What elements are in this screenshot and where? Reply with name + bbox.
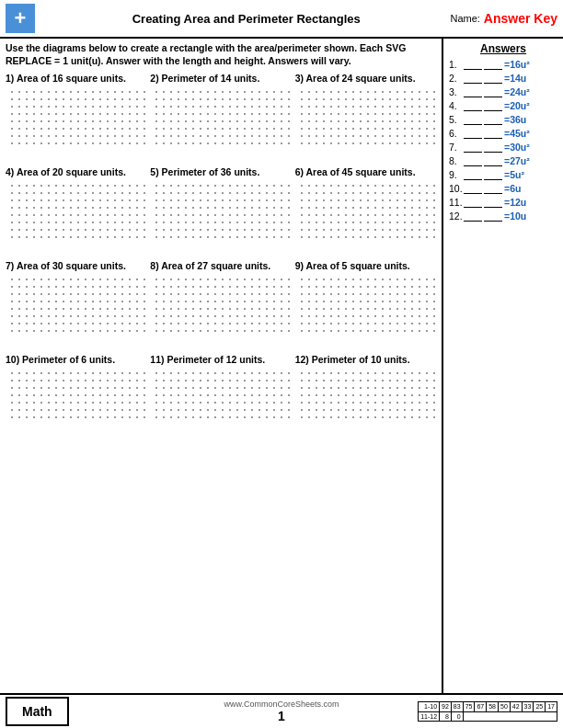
problem-1-grid bbox=[6, 85, 146, 150]
answer-blanks-6 bbox=[464, 128, 502, 139]
problem-4-label: 4) Area of 20 square units. bbox=[6, 166, 146, 177]
content-area: Use the diagrams below to create a recta… bbox=[0, 39, 443, 693]
answer-num-4: 4. bbox=[449, 100, 464, 111]
problem-10-label: 10) Perimeter of 6 units. bbox=[6, 354, 146, 365]
problem-row-3-labels: 7) Area of 30 square units. 8) Area of 2… bbox=[6, 260, 436, 339]
stats-val-42: 42 bbox=[510, 702, 522, 711]
answer-num-7: 7. bbox=[449, 142, 464, 153]
problem-row-4-labels: 10) Perimeter of 6 units. 11) Perimeter … bbox=[6, 354, 436, 422]
answer-blank-6b bbox=[484, 128, 502, 139]
stats-val-83: 83 bbox=[451, 702, 463, 711]
problem-6-grid bbox=[295, 179, 436, 244]
answer-num-11: 11. bbox=[449, 197, 464, 208]
problem-2-grid bbox=[150, 85, 291, 150]
answer-blanks-5 bbox=[464, 114, 502, 125]
answer-blank-6a bbox=[464, 128, 482, 139]
stats-val-17: 17 bbox=[546, 702, 557, 711]
stats-val-75: 75 bbox=[463, 702, 475, 711]
answer-item-5: 5. =36u bbox=[449, 114, 557, 125]
answer-item-8: 8. =27u² bbox=[449, 155, 557, 166]
problem-5-label: 5) Perimeter of 36 units. bbox=[150, 166, 291, 177]
answer-blank-1b bbox=[484, 59, 502, 70]
problem-9: 9) Area of 5 square units. bbox=[295, 260, 436, 339]
problem-9-grid bbox=[295, 273, 436, 337]
answer-blank-10b bbox=[484, 183, 502, 194]
answer-blank-5b bbox=[484, 114, 502, 125]
answer-item-2: 2. =14u bbox=[449, 73, 557, 84]
answer-blank-5a bbox=[464, 114, 482, 125]
answer-item-12: 12. =10u bbox=[449, 210, 557, 222]
problem-row-2: 4) Area of 20 square units. 5) Perimeter… bbox=[6, 166, 436, 256]
footer-website: www.CommonCoreSheets.com bbox=[224, 700, 339, 709]
stats-val-33: 33 bbox=[522, 702, 534, 711]
answer-num-2: 2. bbox=[449, 73, 464, 84]
problem-9-label: 9) Area of 5 square units. bbox=[295, 260, 436, 271]
answer-blank-2a bbox=[464, 73, 482, 84]
answer-item-9: 9. =5u² bbox=[449, 169, 557, 180]
answer-blank-8a bbox=[464, 155, 482, 166]
instructions: Use the diagrams below to create a recta… bbox=[6, 42, 436, 67]
problem-1-label: 1) Area of 16 square units. bbox=[6, 73, 146, 84]
problem-8: 8) Area of 27 square units. bbox=[150, 260, 291, 339]
answer-value-5: =36u bbox=[504, 114, 526, 125]
stats-range-2: 11-12 bbox=[419, 711, 440, 721]
answer-value-9: =5u² bbox=[504, 169, 524, 180]
problem-7: 7) Area of 30 square units. bbox=[6, 260, 146, 339]
answer-blanks-10 bbox=[464, 183, 502, 194]
problem-8-grid bbox=[150, 273, 291, 337]
problem-10: 10) Perimeter of 6 units. bbox=[6, 354, 146, 422]
answer-item-6: 6. =45u² bbox=[449, 128, 557, 139]
answer-blanks-8 bbox=[464, 155, 502, 166]
problem-7-label: 7) Area of 30 square units. bbox=[6, 260, 146, 271]
answer-blank-12a bbox=[464, 210, 482, 222]
answer-num-8: 8. bbox=[449, 155, 464, 166]
answer-num-12: 12. bbox=[449, 210, 464, 222]
answer-value-4: =20u² bbox=[504, 100, 530, 111]
answer-value-12: =10u bbox=[504, 210, 526, 222]
stats-empty bbox=[463, 711, 557, 721]
answer-column: Answers 1. =16u² 2. =14u 3. =24u² bbox=[443, 39, 563, 693]
problem-4: 4) Area of 20 square units. bbox=[6, 166, 146, 245]
problem-2: 2) Perimeter of 14 units. bbox=[150, 73, 291, 152]
problem-3-label: 3) Area of 24 square units. bbox=[295, 73, 436, 84]
stats-val-58: 58 bbox=[487, 702, 499, 711]
answer-item-1: 1. =16u² bbox=[449, 59, 557, 70]
answer-blank-2b bbox=[484, 73, 502, 84]
answer-blank-7b bbox=[484, 142, 502, 153]
problem-5: 5) Perimeter of 36 units. bbox=[150, 166, 291, 245]
answer-value-8: =27u² bbox=[504, 155, 530, 166]
answer-blank-3a bbox=[464, 86, 482, 97]
answer-blanks-7 bbox=[464, 142, 502, 153]
answer-item-4: 4. =20u² bbox=[449, 100, 557, 111]
answer-blanks-12 bbox=[464, 210, 502, 222]
answer-num-5: 5. bbox=[449, 114, 464, 125]
answer-blank-4a bbox=[464, 100, 482, 111]
problem-5-grid bbox=[150, 179, 291, 244]
answer-blank-8b bbox=[484, 155, 502, 166]
problem-1: 1) Area of 16 square units. bbox=[6, 73, 146, 152]
answer-value-2: =14u bbox=[504, 73, 526, 84]
problem-6: 6) Area of 45 square units. bbox=[295, 166, 436, 245]
stats-val-50: 50 bbox=[499, 702, 511, 711]
answers-title: Answers bbox=[449, 42, 557, 55]
answer-blanks-3 bbox=[464, 86, 502, 97]
problem-row-1: 1) Area of 16 square units. 2) Perimeter… bbox=[6, 73, 436, 163]
problem-11-grid bbox=[150, 367, 291, 420]
problem-8-label: 8) Area of 27 square units. bbox=[150, 260, 291, 271]
answer-blank-1a bbox=[464, 59, 482, 70]
stats-range-1: 1-10 bbox=[419, 702, 440, 711]
answer-blanks-9 bbox=[464, 169, 502, 180]
problem-7-grid bbox=[6, 273, 146, 337]
answer-num-9: 9. bbox=[449, 169, 464, 180]
answer-blank-3b bbox=[484, 86, 502, 97]
answer-num-6: 6. bbox=[449, 128, 464, 139]
stats-val-8: 8 bbox=[440, 711, 452, 721]
problem-12-label: 12) Perimeter of 10 units. bbox=[295, 354, 436, 365]
answer-num-10: 10. bbox=[449, 183, 464, 194]
answer-blank-9a bbox=[464, 169, 482, 180]
stats-val-25: 25 bbox=[534, 702, 546, 711]
answer-blank-4b bbox=[484, 100, 502, 111]
header-title: Creating Area and Perimeter Rectangles bbox=[42, 12, 450, 26]
stats-table: 1-10 92 83 75 67 58 50 42 33 25 17 11-12… bbox=[418, 701, 557, 721]
problem-10-grid bbox=[6, 367, 146, 420]
